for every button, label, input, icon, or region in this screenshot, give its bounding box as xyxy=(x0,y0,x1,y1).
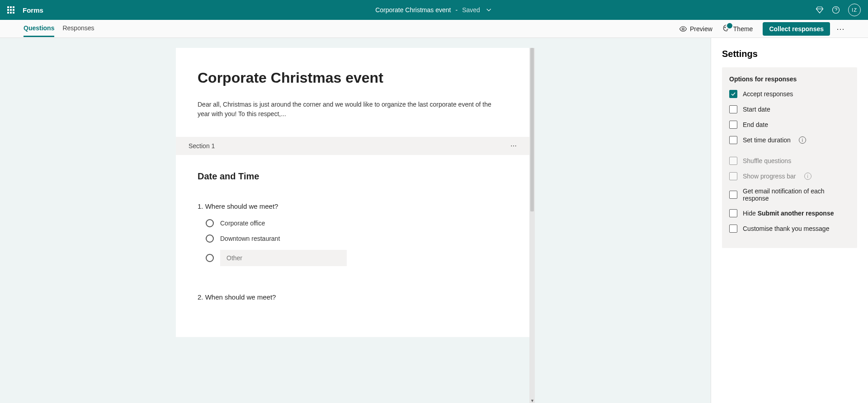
tab-questions[interactable]: Questions xyxy=(24,21,54,37)
section-header[interactable]: Section 1 ⋯ xyxy=(176,137,529,155)
command-bar: Questions Responses Preview Theme Collec… xyxy=(0,20,868,38)
more-actions-icon[interactable]: ⋯ xyxy=(836,24,844,34)
opt-hide-submit-another[interactable]: Hide Submit another response xyxy=(729,209,850,217)
opt-progress-bar[interactable]: Show progress bar i xyxy=(729,172,850,180)
opt-end-date[interactable]: End date xyxy=(729,121,850,129)
section-body: Date and Time 1. Where should we meet? C… xyxy=(176,155,529,337)
svg-point-6 xyxy=(727,27,728,28)
section-title: Date and Time xyxy=(198,171,508,182)
radio-icon xyxy=(206,254,214,262)
document-title-group[interactable]: Corporate Christmas event - Saved xyxy=(375,6,493,14)
form-description: Dear all, Christmas is just around the c… xyxy=(198,100,505,119)
canvas-scrollbar[interactable]: ▲ ▼ xyxy=(529,48,535,403)
settings-heading: Settings xyxy=(722,49,857,59)
opt-time-duration[interactable]: Set time duration i xyxy=(729,136,850,144)
theme-button[interactable]: Theme xyxy=(722,24,753,33)
tab-responses[interactable]: Responses xyxy=(62,21,94,37)
radio-icon xyxy=(206,219,214,227)
preview-button[interactable]: Preview xyxy=(679,25,712,33)
settings-panel: Settings Options for responses Accept re… xyxy=(711,38,868,403)
scroll-down-icon: ▼ xyxy=(530,398,534,403)
q1-option-1[interactable]: Corporate office xyxy=(206,219,508,227)
checkbox-icon xyxy=(729,225,737,233)
question-1[interactable]: 1. Where should we meet? Corporate offic… xyxy=(198,202,508,266)
opt-email-notification[interactable]: Get email notification of each response xyxy=(729,187,850,202)
checkbox-icon xyxy=(729,172,737,180)
radio-icon xyxy=(206,234,214,243)
chevron-down-icon xyxy=(485,6,493,14)
form-canvas: Corporate Christmas event Dear all, Chri… xyxy=(176,48,529,403)
svg-marker-0 xyxy=(816,7,823,13)
document-title: Corporate Christmas event xyxy=(375,6,451,14)
svg-point-4 xyxy=(725,27,726,28)
opt-shuffle-questions[interactable]: Shuffle questions xyxy=(729,157,850,165)
checkbox-icon xyxy=(729,105,737,113)
response-options-panel: Options for responses Accept responses S… xyxy=(722,67,857,248)
palette-icon xyxy=(722,24,731,33)
opt-start-date[interactable]: Start date xyxy=(729,105,850,113)
question-2[interactable]: 2. When should we meet? xyxy=(198,293,508,301)
app-brand[interactable]: Forms xyxy=(23,6,43,14)
info-icon[interactable]: i xyxy=(804,173,811,180)
app-bar: Forms Corporate Christmas event - Saved … xyxy=(0,0,868,20)
info-icon[interactable]: i xyxy=(799,136,806,144)
checkbox-icon xyxy=(729,191,737,199)
question-text: 2. When should we meet? xyxy=(198,293,508,301)
workspace: Corporate Christmas event Dear all, Chri… xyxy=(0,38,868,403)
form-title: Corporate Christmas event xyxy=(198,70,508,86)
svg-point-3 xyxy=(682,28,684,30)
opt-accept-responses[interactable]: Accept responses xyxy=(729,90,850,98)
app-launcher-icon[interactable] xyxy=(7,6,14,14)
panel-title: Options for responses xyxy=(729,75,850,83)
help-icon[interactable] xyxy=(832,6,840,14)
other-text-input[interactable] xyxy=(220,250,347,266)
eye-icon xyxy=(679,25,687,33)
collect-responses-button[interactable]: Collect responses xyxy=(763,22,830,36)
scrollbar-thumb[interactable] xyxy=(530,48,534,211)
svg-point-5 xyxy=(726,26,727,27)
section-more-icon[interactable]: ⋯ xyxy=(510,142,517,150)
question-text: 1. Where should we meet? xyxy=(198,202,508,210)
checkbox-icon xyxy=(729,209,737,217)
checkbox-icon xyxy=(729,157,737,165)
checkbox-icon xyxy=(729,90,737,98)
section-label: Section 1 xyxy=(189,142,215,150)
account-avatar[interactable]: IZ xyxy=(848,4,861,16)
opt-custom-thank-you[interactable]: Customise thank you message xyxy=(729,225,850,233)
premium-diamond-icon[interactable] xyxy=(816,6,824,14)
form-canvas-area: Corporate Christmas event Dear all, Chri… xyxy=(0,38,711,403)
q1-option-other[interactable] xyxy=(206,250,508,266)
save-state: Saved xyxy=(462,6,480,14)
checkbox-icon xyxy=(729,121,737,129)
q1-option-2[interactable]: Downtown restaurant xyxy=(206,234,508,243)
checkbox-icon xyxy=(729,136,737,144)
form-header-card[interactable]: Corporate Christmas event Dear all, Chri… xyxy=(176,48,529,137)
